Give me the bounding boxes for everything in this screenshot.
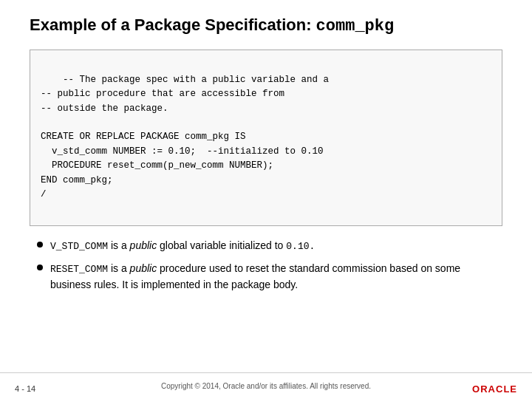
- bullet-1-italic: public: [130, 239, 157, 251]
- code-line-1: -- The package spec with a public variab…: [63, 75, 329, 85]
- bullet-1-value: 0.10.: [286, 241, 315, 252]
- bullet-2-mono: RESET_COMM: [50, 264, 108, 275]
- bullet-text-2: RESET_COMM is a public procedure used to…: [50, 261, 502, 293]
- code-line-2: -- public procedure that are accessible …: [41, 89, 284, 99]
- code-line-6: v_std_comm NUMBER := 0.10; --initialized…: [41, 146, 324, 157]
- slide-title: Example of a Package Specification: comm…: [30, 15, 502, 38]
- code-line-3: -- outside the package.: [41, 103, 168, 114]
- bullet-text-1: V_STD_COMM is a public global variable i…: [50, 238, 502, 254]
- code-line-5: CREATE OR REPLACE PACKAGE comm_pkg IS: [41, 132, 246, 142]
- page-number: 4 - 14: [15, 384, 35, 393]
- copyright-text: Copyright © 2014, Oracle and/or its affi…: [161, 382, 371, 390]
- bullet-item-1: V_STD_COMM is a public global variable i…: [37, 238, 502, 254]
- title-monospace: comm_pkg: [316, 17, 395, 35]
- bullet-1-mono: V_STD_COMM: [50, 241, 108, 252]
- bullet-dot-1: [37, 242, 43, 248]
- bullet-dot-2: [37, 265, 43, 270]
- slide-container: Example of a Package Specification: comm…: [0, 0, 532, 399]
- code-line-7: PROCEDURE reset_comm(p_new_comm NUMBER);: [41, 160, 273, 171]
- footer: 4 - 14 Copyright © 2014, Oracle and/or i…: [0, 372, 532, 399]
- code-line-8: END comm_pkg;: [41, 175, 113, 185]
- oracle-logo: ORACLE: [472, 383, 517, 395]
- bullet-2-italic: public: [130, 262, 157, 274]
- bullet-item-2: RESET_COMM is a public procedure used to…: [37, 261, 502, 293]
- bullet-list: V_STD_COMM is a public global variable i…: [37, 238, 502, 300]
- code-block: -- The package spec with a public variab…: [30, 50, 502, 226]
- code-line-9: /: [41, 189, 47, 200]
- oracle-label: ORACLE: [472, 383, 517, 395]
- title-text: Example of a Package Specification:: [30, 16, 316, 34]
